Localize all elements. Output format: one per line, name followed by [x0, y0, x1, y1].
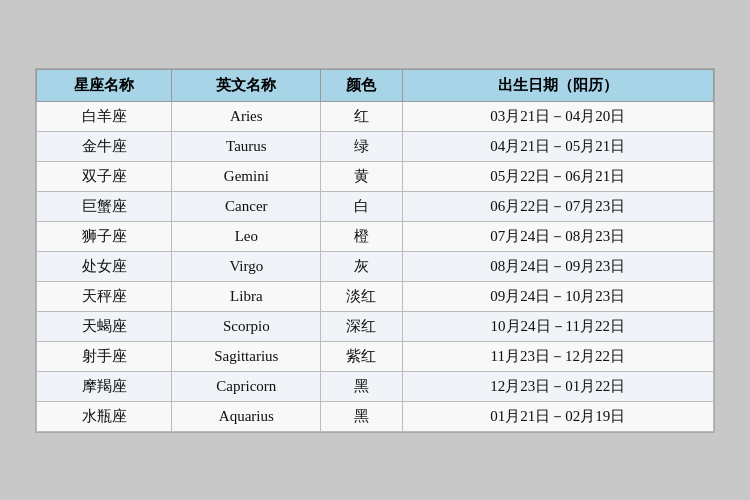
cell-r5-c3: 08月24日－09月23日 — [402, 251, 713, 281]
cell-r3-c1: Cancer — [172, 191, 321, 221]
cell-r10-c2: 黑 — [321, 401, 402, 431]
cell-r1-c0: 金牛座 — [37, 131, 172, 161]
header-color: 颜色 — [321, 69, 402, 101]
cell-r0-c2: 红 — [321, 101, 402, 131]
cell-r6-c0: 天秤座 — [37, 281, 172, 311]
table-row: 狮子座Leo橙07月24日－08月23日 — [37, 221, 714, 251]
cell-r2-c0: 双子座 — [37, 161, 172, 191]
table-row: 射手座Sagittarius紫红11月23日－12月22日 — [37, 341, 714, 371]
cell-r7-c1: Scorpio — [172, 311, 321, 341]
cell-r4-c0: 狮子座 — [37, 221, 172, 251]
cell-r7-c0: 天蝎座 — [37, 311, 172, 341]
cell-r8-c1: Sagittarius — [172, 341, 321, 371]
cell-r3-c3: 06月22日－07月23日 — [402, 191, 713, 221]
table-row: 金牛座Taurus绿04月21日－05月21日 — [37, 131, 714, 161]
cell-r3-c2: 白 — [321, 191, 402, 221]
table-row: 处女座Virgo灰08月24日－09月23日 — [37, 251, 714, 281]
cell-r1-c3: 04月21日－05月21日 — [402, 131, 713, 161]
header-birth-date: 出生日期（阳历） — [402, 69, 713, 101]
table-row: 天蝎座Scorpio深红10月24日－11月22日 — [37, 311, 714, 341]
header-english-name: 英文名称 — [172, 69, 321, 101]
table-row: 白羊座Aries红03月21日－04月20日 — [37, 101, 714, 131]
table-row: 摩羯座Capricorn黑12月23日－01月22日 — [37, 371, 714, 401]
cell-r8-c2: 紫红 — [321, 341, 402, 371]
cell-r2-c1: Gemini — [172, 161, 321, 191]
cell-r1-c2: 绿 — [321, 131, 402, 161]
cell-r9-c3: 12月23日－01月22日 — [402, 371, 713, 401]
cell-r0-c3: 03月21日－04月20日 — [402, 101, 713, 131]
cell-r5-c1: Virgo — [172, 251, 321, 281]
cell-r0-c0: 白羊座 — [37, 101, 172, 131]
zodiac-table-container: 星座名称 英文名称 颜色 出生日期（阳历） 白羊座Aries红03月21日－04… — [35, 68, 715, 433]
table-row: 巨蟹座Cancer白06月22日－07月23日 — [37, 191, 714, 221]
cell-r10-c3: 01月21日－02月19日 — [402, 401, 713, 431]
cell-r6-c1: Libra — [172, 281, 321, 311]
cell-r8-c3: 11月23日－12月22日 — [402, 341, 713, 371]
cell-r7-c3: 10月24日－11月22日 — [402, 311, 713, 341]
cell-r1-c1: Taurus — [172, 131, 321, 161]
cell-r10-c1: Aquarius — [172, 401, 321, 431]
cell-r2-c3: 05月22日－06月21日 — [402, 161, 713, 191]
cell-r4-c3: 07月24日－08月23日 — [402, 221, 713, 251]
cell-r8-c0: 射手座 — [37, 341, 172, 371]
table-header-row: 星座名称 英文名称 颜色 出生日期（阳历） — [37, 69, 714, 101]
cell-r5-c0: 处女座 — [37, 251, 172, 281]
cell-r9-c2: 黑 — [321, 371, 402, 401]
cell-r4-c1: Leo — [172, 221, 321, 251]
zodiac-table: 星座名称 英文名称 颜色 出生日期（阳历） 白羊座Aries红03月21日－04… — [36, 69, 714, 432]
cell-r2-c2: 黄 — [321, 161, 402, 191]
cell-r0-c1: Aries — [172, 101, 321, 131]
cell-r9-c1: Capricorn — [172, 371, 321, 401]
table-row: 双子座Gemini黄05月22日－06月21日 — [37, 161, 714, 191]
cell-r5-c2: 灰 — [321, 251, 402, 281]
cell-r7-c2: 深红 — [321, 311, 402, 341]
cell-r6-c3: 09月24日－10月23日 — [402, 281, 713, 311]
cell-r3-c0: 巨蟹座 — [37, 191, 172, 221]
cell-r9-c0: 摩羯座 — [37, 371, 172, 401]
table-row: 天秤座Libra淡红09月24日－10月23日 — [37, 281, 714, 311]
header-chinese-name: 星座名称 — [37, 69, 172, 101]
cell-r4-c2: 橙 — [321, 221, 402, 251]
cell-r6-c2: 淡红 — [321, 281, 402, 311]
table-row: 水瓶座Aquarius黑01月21日－02月19日 — [37, 401, 714, 431]
cell-r10-c0: 水瓶座 — [37, 401, 172, 431]
